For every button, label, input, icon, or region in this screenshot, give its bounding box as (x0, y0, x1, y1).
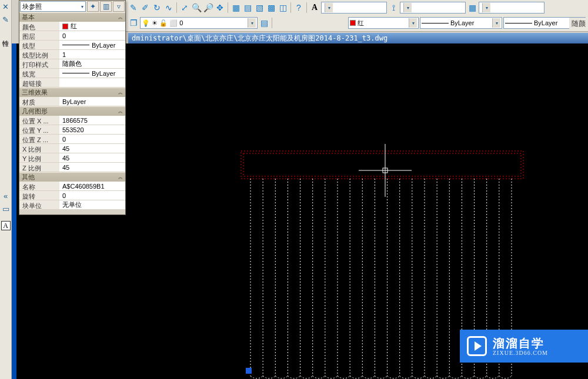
property-value[interactable]: 红 (59, 22, 125, 31)
calc-icon[interactable]: ▤ (242, 2, 253, 13)
excel-icon[interactable]: ▩ (266, 2, 276, 13)
top-toolbar: ✎ ✐ ↻ ∿ ⤢ 🔍 🔎 ✥ ▦ ▤ ▧ ▩ ◫ ? A ▾ ⟟ ▾ ▦ ▾ … (126, 0, 588, 32)
property-row[interactable]: 图层0 (19, 31, 125, 41)
layer-combo[interactable]: 💡 ☀ 🔓 ⬜ 0▾ (140, 17, 258, 29)
brush-icon[interactable]: ✐ (140, 2, 151, 13)
property-value[interactable]: 553520 (59, 125, 125, 134)
property-key: 超链接 (19, 78, 59, 87)
chevron-down-icon: ▾ (409, 18, 417, 28)
pick-button[interactable]: ▥ (100, 1, 112, 12)
property-row[interactable]: 超链接 (19, 78, 125, 88)
group-header[interactable]: 其他︽ (19, 172, 125, 182)
property-row[interactable]: 线型比例1 (19, 50, 125, 59)
expand-icon[interactable]: ▭ (1, 204, 11, 214)
property-row[interactable]: 材质ByLayer (19, 97, 125, 106)
quick-select-button[interactable]: ✦ (87, 1, 99, 12)
help-icon[interactable]: ? (293, 2, 304, 13)
properties-palette: 块参照 ▾ ✦ ▥ ▿ 基本︽颜色红图层0线型ByLayer线型比例1打印样式随… (19, 0, 126, 215)
text-style-combo[interactable]: ▾ (321, 2, 387, 14)
chevron-down-icon: ▾ (492, 18, 500, 28)
redo-icon[interactable]: ↻ (152, 2, 162, 13)
property-row[interactable]: 打印样式随颜色 (19, 59, 125, 69)
property-value[interactable]: 0 (59, 31, 125, 40)
property-row[interactable]: 线型ByLayer (19, 41, 125, 50)
linetype-combo[interactable]: ByLayer ▾ (420, 17, 502, 29)
spline-icon[interactable]: ∿ (163, 2, 174, 13)
text-tool-button[interactable]: A (1, 221, 11, 230)
property-row[interactable]: 名称A$C460859B1 (19, 182, 125, 191)
pencil-icon[interactable]: ✎ (128, 2, 139, 13)
dim-style-combo[interactable]: ▾ (400, 2, 466, 14)
plot-style-label: 随颜 (569, 18, 588, 30)
property-value[interactable]: 无单位 (59, 200, 125, 209)
table-style-combo[interactable]: ▾ (479, 2, 544, 14)
property-key: 名称 (19, 182, 59, 190)
property-row[interactable]: 位置 Y ...553520 (19, 125, 125, 135)
property-key: 位置 X ... (19, 116, 59, 125)
property-key: 位置 Y ... (19, 125, 59, 134)
tool-icon-1[interactable]: ✎ (1, 15, 11, 25)
line-sample (422, 23, 449, 24)
sheet-icon[interactable]: ▧ (254, 2, 265, 13)
property-key: X 比例 (19, 144, 59, 153)
property-value[interactable]: ByLayer (59, 69, 125, 78)
property-row[interactable]: X 比例45 (19, 144, 125, 153)
property-row[interactable]: 旋转0 (19, 191, 125, 200)
property-row[interactable]: 位置 Z ...0 (19, 135, 125, 144)
property-value[interactable]: A$C460859B1 (59, 182, 125, 190)
property-value[interactable]: 随颜色 (59, 59, 125, 68)
property-value[interactable]: 45 (59, 153, 125, 162)
text-style-button[interactable]: A (309, 2, 320, 13)
chevron-down-icon: ▾ (248, 18, 256, 28)
layer-props-icon[interactable]: ▦ (230, 2, 241, 13)
property-row[interactable]: Y 比例45 (19, 153, 125, 163)
property-row[interactable]: Z 比例45 (19, 163, 125, 172)
property-key: 材质 (19, 97, 59, 106)
pin-icon[interactable]: ✕ (1, 2, 11, 12)
property-row[interactable]: 块单位无单位 (19, 200, 125, 210)
property-key: 线型 (19, 41, 59, 49)
property-key: 线型比例 (19, 50, 59, 59)
table-style-icon[interactable]: ▦ (467, 2, 477, 13)
group-header[interactable]: 基本︽ (19, 12, 125, 22)
color-swatch (350, 20, 356, 26)
svg-rect-0 (241, 151, 523, 179)
property-row[interactable]: 线宽ByLayer (19, 69, 125, 78)
layer-tools-icon[interactable]: ▤ (259, 18, 269, 28)
pan-icon[interactable]: ✥ (215, 2, 225, 13)
property-row[interactable]: 位置 X ...1866575 (19, 116, 125, 125)
line-sample (505, 23, 532, 24)
property-key: 旋转 (19, 191, 59, 200)
document-title-tab[interactable]: dministrator\桌面\北京亦庄\北京亦庄太阳能及机房图2014-8-2… (128, 33, 588, 43)
zoom-out-icon[interactable]: 🔎 (203, 2, 213, 13)
property-value[interactable]: 1 (59, 50, 125, 59)
property-key: 线宽 (19, 69, 59, 78)
zoom-rt-icon[interactable]: ⤢ (179, 2, 190, 13)
property-value[interactable]: 0 (59, 135, 125, 143)
chevron-down-icon: ▾ (325, 3, 333, 12)
dim-style-icon[interactable]: ⟟ (388, 2, 399, 13)
zoom-in-icon[interactable]: 🔍 (191, 2, 202, 13)
collapse-icon[interactable]: « (1, 192, 11, 201)
watermark-url: ZIXUE.3D66.COM (493, 350, 548, 356)
property-value[interactable]: 45 (59, 144, 125, 153)
property-value[interactable]: ByLayer (59, 41, 125, 49)
watermark-brand: 溜溜自学 (493, 337, 548, 350)
scroll-ruler[interactable] (12, 43, 16, 379)
property-value[interactable]: 45 (59, 163, 125, 172)
property-value[interactable]: 1866575 (59, 116, 125, 125)
document-path: dministrator\桌面\北京亦庄\北京亦庄太阳能及机房图2014-8-2… (132, 34, 387, 42)
property-value[interactable]: 0 (59, 191, 125, 200)
object-type-select[interactable]: 块参照 ▾ (20, 1, 86, 12)
group-header[interactable]: 几何图形︽ (19, 106, 125, 116)
chevron-down-icon: ▾ (403, 3, 412, 12)
property-key: Y 比例 (19, 153, 59, 162)
layer-manager-icon[interactable]: ❐ (128, 18, 139, 28)
property-value[interactable] (59, 78, 125, 87)
link-icon[interactable]: ◫ (278, 2, 288, 13)
filter-button[interactable]: ▿ (113, 1, 125, 12)
property-value[interactable]: ByLayer (59, 97, 125, 106)
property-row[interactable]: 颜色红 (19, 22, 125, 31)
group-header[interactable]: 三维效果︽ (19, 88, 125, 97)
color-combo[interactable]: 红 ▾ (348, 17, 419, 29)
